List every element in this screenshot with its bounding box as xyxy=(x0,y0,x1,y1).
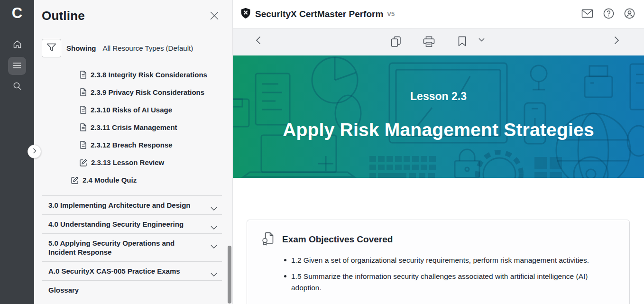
filter-button[interactable] xyxy=(42,39,61,57)
comptia-logo[interactable]: C xyxy=(0,5,34,22)
chevron-left-icon xyxy=(256,36,261,46)
section-label: A.0 SecurityX CAS-005 Practice Exams xyxy=(48,267,180,276)
menu-icon xyxy=(13,62,21,70)
filter-showing-label: Showing xyxy=(66,44,96,52)
lesson-hero-banner: Lesson 2.3 Apply Risk Management Strateg… xyxy=(233,55,644,178)
chevron-right-icon xyxy=(33,148,37,155)
app-header: SecurityX CertMaster Perform V5 xyxy=(233,0,644,28)
outline-title: Outline xyxy=(42,9,85,23)
help-button[interactable] xyxy=(602,7,615,21)
section-glossary[interactable]: Glossary xyxy=(42,280,222,299)
outline-item-2-3-10[interactable]: 2.3.10 Risks of AI Usage xyxy=(34,101,233,119)
chevron-down-icon xyxy=(211,241,217,250)
document-icon xyxy=(80,88,87,96)
section-4-0[interactable]: 4.0 Understanding Security Engineering xyxy=(42,214,222,233)
document-icon xyxy=(80,71,87,79)
panel-expand-toggle[interactable] xyxy=(28,145,41,158)
outline-item-label: 2.3.9 Privacy Risk Considerations xyxy=(91,88,204,96)
search-button[interactable] xyxy=(8,78,26,96)
lesson-toolbar xyxy=(233,28,644,55)
bookmark-button[interactable] xyxy=(457,35,467,49)
mail-icon xyxy=(581,9,593,19)
outline-item-label: 2.3.13 Lesson Review xyxy=(91,158,164,166)
section-5-0[interactable]: 5.0 Applying Security Operations and Inc… xyxy=(42,233,222,261)
copy-button[interactable] xyxy=(390,35,402,50)
outline-item-label: 2.3.11 Crisis Management xyxy=(91,123,177,131)
outline-item-2-4[interactable]: 2.4 Module Quiz xyxy=(34,171,233,189)
outline-list: 2.3.8 Integrity Risk Considerations 2.3.… xyxy=(34,66,233,189)
securityx-shield-icon xyxy=(240,8,251,21)
next-page-button[interactable] xyxy=(613,35,620,47)
objective-item: 1.5 Summarize the information security c… xyxy=(283,271,616,294)
previous-page-button[interactable] xyxy=(255,35,262,47)
section-3-0[interactable]: 3.0 Implementing Architecture and Design xyxy=(42,195,222,214)
exam-objectives-list: 1.2 Given a set of organizational securi… xyxy=(261,255,616,294)
section-label: 3.0 Implementing Architecture and Design xyxy=(48,201,191,210)
filter-funnel-icon xyxy=(46,43,56,53)
outline-item-label: 2.4 Module Quiz xyxy=(83,176,137,184)
objective-item: 1.2 Given a set of organizational securi… xyxy=(283,255,616,266)
app-title: SecurityX CertMaster Perform xyxy=(255,9,383,19)
outline-item-2-3-12[interactable]: 2.3.12 Breach Response xyxy=(34,136,233,154)
help-icon xyxy=(603,8,614,20)
outline-item-2-3-11[interactable]: 2.3.11 Crisis Management xyxy=(34,119,233,136)
exam-objectives-header: Exam Objectives Covered xyxy=(261,230,616,248)
print-button[interactable] xyxy=(422,35,436,50)
tech-pattern-decoration xyxy=(233,55,644,178)
lesson-number: Lesson 2.3 xyxy=(233,90,644,103)
section-label: 4.0 Understanding Security Engineering xyxy=(48,220,184,229)
exam-objectives-title: Exam Objectives Covered xyxy=(282,234,393,245)
copy-icon xyxy=(391,36,401,49)
account-button[interactable] xyxy=(623,7,636,21)
close-outline-button[interactable] xyxy=(210,11,219,21)
outline-item-label: 2.3.12 Breach Response xyxy=(91,141,173,149)
search-icon xyxy=(13,82,22,92)
chevron-down-icon xyxy=(211,203,217,212)
chevron-down-icon xyxy=(478,36,485,43)
outline-sections: 3.0 Implementing Architecture and Design… xyxy=(42,195,222,299)
outline-item-2-3-13[interactable]: 2.3.13 Lesson Review xyxy=(34,154,233,171)
document-icon xyxy=(80,123,87,131)
exam-objectives-card: Exam Objectives Covered 1.2 Given a set … xyxy=(247,220,630,304)
edit-icon xyxy=(80,159,87,166)
outline-item-2-3-8[interactable]: 2.3.8 Integrity Risk Considerations xyxy=(34,66,233,83)
section-a-0[interactable]: A.0 SecurityX CAS-005 Practice Exams xyxy=(42,261,222,280)
outline-scrollbar-thumb[interactable] xyxy=(228,246,231,304)
document-icon xyxy=(80,141,87,149)
chevron-down-icon xyxy=(211,222,217,231)
chevron-right-icon xyxy=(614,36,619,46)
account-icon xyxy=(624,8,635,20)
home-icon xyxy=(13,40,22,50)
outline-panel: Outline Showing All Resource Types (Defa… xyxy=(34,0,233,304)
outline-item-label: 2.3.10 Risks of AI Usage xyxy=(91,106,172,114)
printer-icon xyxy=(423,36,435,49)
outline-item-2-3-9[interactable]: 2.3.9 Privacy Risk Considerations xyxy=(34,83,233,101)
main-content: SecurityX CertMaster Perform V5 xyxy=(233,0,644,304)
bookmark-menu-button[interactable] xyxy=(478,35,486,44)
close-icon xyxy=(210,14,219,21)
section-label: 5.0 Applying Security Operations and Inc… xyxy=(48,239,201,257)
header-actions xyxy=(580,0,636,28)
outline-menu-button[interactable] xyxy=(8,57,26,75)
rail-buttons xyxy=(0,36,34,96)
messages-button[interactable] xyxy=(580,8,594,20)
chevron-down-icon xyxy=(211,269,217,278)
app-version-badge: V5 xyxy=(387,10,395,18)
app-root: C Outline xyxy=(0,0,644,304)
lesson-body: Exam Objectives Covered 1.2 Given a set … xyxy=(233,178,644,304)
document-icon xyxy=(80,106,87,114)
home-button[interactable] xyxy=(8,36,26,54)
filter-row: Showing All Resource Types (Default) xyxy=(42,39,193,57)
edit-icon xyxy=(71,176,79,184)
section-label: Glossary xyxy=(48,286,79,295)
lesson-title: Apply Risk Management Strategies xyxy=(233,120,644,140)
bookmark-icon xyxy=(458,36,466,48)
outline-item-label: 2.3.8 Integrity Risk Considerations xyxy=(91,71,207,79)
certificate-icon xyxy=(261,230,275,248)
filter-current-value: All Resource Types (Default) xyxy=(103,44,193,52)
